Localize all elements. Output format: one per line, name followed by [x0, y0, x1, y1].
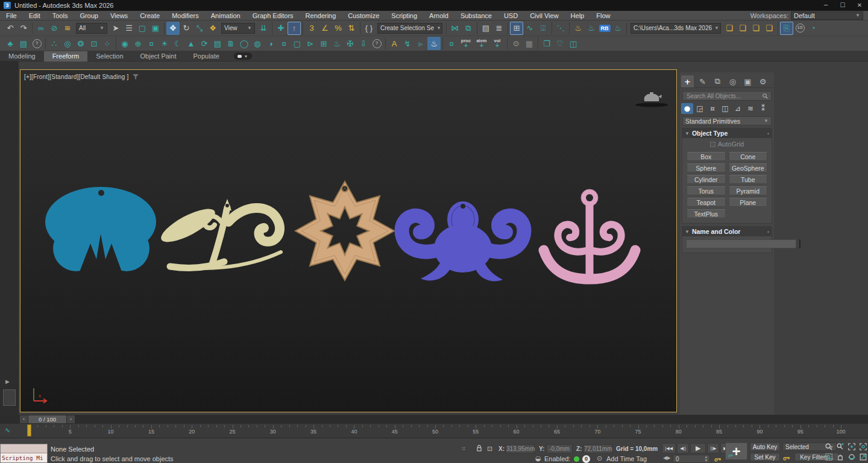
frame-spinner[interactable]: ▲▼: [704, 455, 708, 462]
zoom-region-button[interactable]: [823, 452, 834, 462]
select-by-name-button[interactable]: ☰: [122, 22, 136, 35]
panel-tab-create[interactable]: +: [681, 75, 694, 87]
zoom-extents-button[interactable]: [846, 442, 857, 452]
viewport-layout-tab[interactable]: [3, 389, 16, 406]
edit-named-selection-sets-button[interactable]: { }: [362, 22, 376, 35]
menu-graph-editors[interactable]: Graph Editors: [247, 11, 300, 20]
listener-script-line[interactable]: Scripting Mi: [1, 453, 47, 462]
shape-cream-wave-swirl[interactable]: [157, 199, 281, 268]
window-crossing-toggle-button[interactable]: ▣: [149, 22, 162, 35]
mirror-button[interactable]: ⋈: [448, 22, 462, 35]
animation-mode-icon[interactable]: ◒: [535, 455, 541, 462]
shape-tan-star-pendant[interactable]: [295, 181, 394, 280]
reference-coordinate-system-dropdown[interactable]: View▼: [221, 23, 255, 34]
panel-add-button[interactable]: ▦: [523, 37, 536, 50]
menu-civil-view[interactable]: Civil View: [524, 11, 564, 20]
x-coord-field[interactable]: 313,95mm: [506, 444, 535, 453]
menu-customize[interactable]: Customize: [342, 11, 385, 20]
bark-texture-button[interactable]: 🗎: [224, 37, 237, 50]
create-tube-button[interactable]: Tube: [729, 175, 768, 184]
target-tool-button[interactable]: ◎: [61, 37, 74, 50]
rectangular-selection-region-button[interactable]: ▢: [136, 22, 149, 35]
create-sphere-button[interactable]: Sphere: [687, 163, 726, 172]
select-and-manipulate-button[interactable]: ✚: [274, 22, 288, 35]
menu-substance[interactable]: Substance: [454, 11, 498, 20]
viewport-label-text[interactable]: [+][Front][Standard][Default Shading ]: [24, 74, 129, 80]
minimize-button[interactable]: ─: [817, 0, 834, 11]
update-scene-button[interactable]: ⟳: [198, 37, 211, 50]
select-and-rotate-button[interactable]: ↻: [180, 22, 193, 35]
select-and-move-button[interactable]: ✥: [166, 22, 180, 35]
category-systems-icon[interactable]: ⁑: [757, 103, 769, 114]
menu-tools[interactable]: Tools: [46, 11, 74, 20]
category-helpers-icon[interactable]: ⊿: [732, 103, 744, 114]
create-light-button[interactable]: ¤: [145, 37, 158, 50]
project-folder-path-dropdown[interactable]: C:\Users\Aca...3ds Max 2026▼: [631, 23, 721, 34]
pan-button[interactable]: [835, 452, 846, 462]
asset-window-a-button[interactable]: A: [388, 37, 401, 50]
search-input[interactable]: [685, 92, 762, 100]
autobackup-time-button[interactable]: ◔: [807, 22, 820, 35]
menu-flow[interactable]: Flow: [590, 11, 616, 20]
key-filters-icon[interactable]: [782, 453, 791, 463]
create-cylinder-button[interactable]: Cylinder: [687, 175, 726, 184]
help-browser-button[interactable]: ?: [30, 37, 43, 50]
open-project-folder-button[interactable]: ❏: [736, 22, 749, 35]
alembic-add-button[interactable]: alem+: [474, 37, 489, 50]
menu-arnold[interactable]: Arnold: [423, 11, 454, 20]
create-textplus-button[interactable]: TextPlus: [687, 209, 726, 218]
panel-tab-display[interactable]: ▣: [741, 75, 754, 87]
add-time-tag[interactable]: Add Time Tag: [606, 455, 647, 462]
create-teapot-button[interactable]: Teapot: [687, 198, 726, 207]
named-selection-sets-dropdown[interactable]: Create Selection Se▼: [377, 23, 442, 34]
set-keys-big-button[interactable]: +: [725, 443, 747, 460]
create-pyramid-button[interactable]: Pyramid: [729, 186, 768, 195]
category-geometry-icon[interactable]: ●: [681, 103, 693, 114]
schematic-view-button[interactable]: ⍗: [536, 22, 550, 35]
play-button[interactable]: ▶: [690, 443, 706, 453]
undo-levels-button[interactable]: 10: [793, 22, 807, 35]
unlink-selection-button[interactable]: ⊘: [48, 22, 61, 35]
menu-modifiers[interactable]: Modifiers: [166, 11, 205, 20]
undo-button[interactable]: ↶: [4, 22, 17, 35]
select-and-place-button[interactable]: ❖: [206, 22, 219, 35]
current-frame-field[interactable]: 0 ▲▼: [673, 455, 710, 463]
shape-pink-anchor-pendant[interactable]: [544, 189, 635, 279]
name-color-rollout-header[interactable]: ▼ Name and Color ▪: [682, 227, 772, 236]
ribbon-tab-populate[interactable]: Populate: [184, 51, 227, 61]
toggle-ribbon-button[interactable]: ⊞: [510, 22, 523, 35]
selection-lock-toggle[interactable]: [475, 444, 483, 454]
object-type-rollout-header[interactable]: ▼ Object Type ▪: [682, 128, 772, 138]
orbit-button[interactable]: [846, 452, 857, 462]
menu-file[interactable]: File: [0, 11, 23, 20]
asset-window-flash-button[interactable]: ↯: [401, 37, 414, 50]
create-ring-button[interactable]: ◯: [237, 37, 251, 50]
viewport-label[interactable]: [+][Front][Standard][Default Shading ]: [24, 74, 139, 80]
ribbon-tab-object-paint[interactable]: Object Paint: [132, 51, 185, 61]
create-camera-button[interactable]: ◉: [118, 37, 131, 50]
shape-teal-flower-pendant[interactable]: [45, 187, 156, 271]
menu-views[interactable]: Views: [104, 11, 134, 20]
panel-tab-utilities[interactable]: ⚙: [756, 75, 769, 87]
import-box-button[interactable]: ⇩: [357, 37, 370, 50]
mini-curve-editor-icon[interactable]: ∿: [5, 426, 10, 434]
grid-align-button[interactable]: ⊞: [317, 37, 330, 50]
aec-foliage-button[interactable]: ♣: [4, 37, 17, 50]
ribbon-tab-modeling[interactable]: Modeling: [0, 51, 44, 61]
ribbon-tab-selection[interactable]: Selection: [87, 51, 131, 61]
zoom-button[interactable]: [823, 442, 834, 452]
category-shapes-icon[interactable]: ◲: [694, 103, 706, 114]
use-pivot-point-center-button[interactable]: ⇊: [257, 22, 270, 35]
menu-group[interactable]: Group: [74, 11, 104, 20]
object-name-field[interactable]: [686, 239, 796, 248]
trackbar-prev-button[interactable]: ‹: [20, 415, 28, 423]
search-field[interactable]: [682, 91, 772, 101]
ribbon-tab-freeform[interactable]: Freeform: [44, 51, 88, 61]
category-space-warps-icon[interactable]: ≋: [744, 103, 756, 114]
select-and-link-button[interactable]: ∞: [34, 22, 48, 35]
distant-teapot-object[interactable]: [635, 92, 668, 107]
layered-material-button[interactable]: ◍: [251, 37, 264, 50]
create-tree-button[interactable]: ▲: [184, 37, 198, 50]
panel-tab-hierarchy[interactable]: ⧉: [711, 75, 724, 87]
panel-tab-modify[interactable]: ✎: [696, 75, 709, 87]
